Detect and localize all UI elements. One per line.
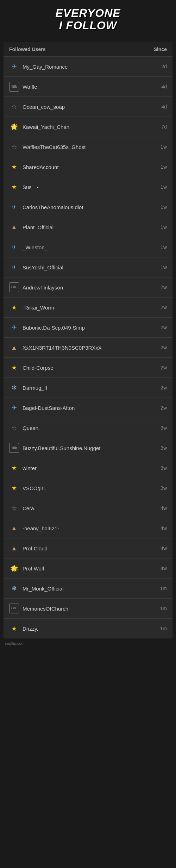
item-left-0: ✈My_Gay_Romance — [9, 62, 156, 71]
list-item[interactable]: ★-Riikai_Worm-2w — [4, 298, 172, 318]
list-item[interactable]: ★SharedAccount1w — [4, 157, 172, 177]
item-left-14: ▲XxX1N3RT14TH3N0SC0P3RXxX — [9, 343, 156, 352]
follow-since: 3w — [156, 485, 167, 491]
user-name: Sus—- — [23, 184, 39, 190]
list-item[interactable]: ☆Ocean_cow_soap4d — [4, 97, 172, 117]
user-name: Ocean_cow_soap — [23, 104, 65, 110]
follow-since: 1w — [156, 144, 167, 150]
list-item[interactable]: LOLAndrewFinlayson2w — [4, 277, 172, 298]
item-left-21: ★VSCOgirl. — [9, 483, 156, 493]
since-column-header: Since — [154, 46, 167, 52]
item-left-6: ★Sus—- — [9, 182, 156, 192]
list-item[interactable]: 10kWaffle.4d — [4, 77, 172, 97]
user-name: Child-Corpse — [23, 365, 54, 371]
list-item[interactable]: 🌟Kawaii_Yachi_Chan7d — [4, 117, 172, 137]
user-name: Cera. — [23, 505, 36, 511]
list-item[interactable]: ▲XxX1N3RT14TH3N0SC0P3RXxX2w — [4, 338, 172, 358]
item-left-27: LOLMemoriesOfChurch — [9, 604, 156, 613]
user-name: _Winston_ — [23, 244, 48, 250]
star-filled-icon: ★ — [9, 463, 19, 473]
mountain-icon: ▲ — [9, 222, 19, 232]
list-item[interactable]: ★VSCOgirl.3w — [4, 478, 172, 498]
plane-icon: ✈ — [9, 262, 19, 272]
follow-since: 2w — [156, 365, 167, 370]
list-item[interactable]: ❄Darmug_II2w — [4, 378, 172, 398]
list-item[interactable]: LOLMemoriesOfChurch1m — [4, 599, 172, 619]
list-item[interactable]: ★Drizzy.1m — [4, 619, 172, 638]
user-name: Waffle. — [23, 84, 39, 90]
star-outline-icon: ☆ — [9, 423, 19, 433]
follow-since: 4w — [156, 525, 167, 531]
10k-icon: 10k — [9, 82, 19, 92]
list-item[interactable]: ▲Prof.Cloud4w — [4, 538, 172, 558]
item-left-22: ☆Cera. — [9, 503, 156, 513]
list-item[interactable]: ☆WafflesTheCat635s_Ghost1w — [4, 137, 172, 157]
list-item[interactable]: ✈_Winston_1w — [4, 237, 172, 257]
list-item[interactable]: ✈My_Gay_Romance2d — [4, 57, 172, 77]
sparkle-icon: 🌟 — [9, 563, 19, 573]
list-item[interactable]: ☆Cera.4w — [4, 498, 172, 518]
follow-since: 4d — [156, 104, 167, 110]
follow-since: 2w — [156, 385, 167, 391]
item-left-20: ★winter. — [9, 463, 156, 473]
item-left-28: ★Drizzy. — [9, 624, 156, 633]
user-name: CarlosTheAnomalousIdiot — [23, 204, 83, 210]
follow-since: 4d — [156, 84, 167, 89]
plane-icon: ✈ — [9, 323, 19, 332]
item-left-15: ★Child-Corpse — [9, 363, 156, 373]
snowflake-icon: ❄ — [9, 583, 19, 593]
list-item[interactable]: ✈SusYoshi_Official1w — [4, 257, 172, 277]
list-item[interactable]: ✈CarlosTheAnomalousIdiot1w — [4, 197, 172, 217]
user-name: SharedAccount — [23, 164, 59, 170]
list-item[interactable]: ✈Bagel-DustSans-Afton2w — [4, 398, 172, 418]
star-filled-icon: ★ — [9, 363, 19, 373]
follow-since: 2w — [156, 345, 167, 350]
item-left-9: ✈_Winston_ — [9, 242, 156, 252]
star-outline-icon: ☆ — [9, 142, 19, 152]
item-left-19: 10kBuzzy.Beautiful.Sunshine.Nugget — [9, 443, 156, 453]
10k-icon: 10k — [9, 443, 19, 453]
star-black-icon: ★ — [9, 182, 19, 192]
user-name: Kawaii_Yachi_Chan — [23, 124, 69, 130]
list-item[interactable]: ☆Queen.3w — [4, 418, 172, 438]
follow-since: 2w — [156, 285, 167, 290]
plane-icon: ✈ — [9, 202, 19, 212]
plane-icon: ✈ — [9, 62, 19, 71]
list-header-row: Followed Users Since — [4, 42, 172, 57]
list-item[interactable]: 10kBuzzy.Beautiful.Sunshine.Nugget3w — [4, 438, 172, 458]
user-name: WafflesTheCat635s_Ghost — [23, 144, 86, 150]
item-left-7: ✈CarlosTheAnomalousIdiot — [9, 202, 156, 212]
list-item[interactable]: ★Child-Corpse2w — [4, 358, 172, 378]
follow-since: 2w — [156, 405, 167, 411]
star-outline-icon: ☆ — [9, 102, 19, 112]
item-left-16: ❄Darmug_II — [9, 383, 156, 393]
list-item[interactable]: ❄Mr_Monk_Official1m — [4, 579, 172, 599]
list-item[interactable]: 🌟Prof.Wolf4w — [4, 558, 172, 579]
item-left-13: ✈Bubonic.Da-Scp.049-Simp — [9, 323, 156, 332]
user-name: Drizzy. — [23, 626, 38, 632]
followed-users-list: Followed Users Since ✈My_Gay_Romance2d10… — [4, 42, 172, 638]
list-item[interactable]: ▲Plant_Official1w — [4, 217, 172, 237]
follow-since: 4w — [156, 505, 167, 511]
list-item[interactable]: ★winter.3w — [4, 458, 172, 478]
item-left-5: ★SharedAccount — [9, 162, 156, 172]
follow-since: 1w — [156, 164, 167, 170]
user-name: winter. — [23, 465, 38, 471]
list-item[interactable]: ▲-beany_boi621-4w — [4, 518, 172, 538]
follow-since: 2d — [156, 64, 167, 69]
user-name: Queen. — [23, 425, 40, 431]
item-left-26: ❄Mr_Monk_Official — [9, 583, 156, 593]
user-name: Bagel-DustSans-Afton — [23, 405, 75, 411]
mountain-icon: ▲ — [9, 523, 19, 533]
user-name: Plant_Official — [23, 224, 54, 230]
sparkle-icon: 🌟 — [9, 122, 19, 132]
star-filled-icon: ★ — [9, 162, 19, 172]
list-item[interactable]: ✈Bubonic.Da-Scp.049-Simp2w — [4, 318, 172, 338]
user-name: MemoriesOfChurch — [23, 606, 68, 612]
page-header: EVERYONE I FOLLOW — [0, 0, 176, 42]
list-item[interactable]: ★Sus—-1w — [4, 177, 172, 197]
user-name: -Riikai_Worm- — [23, 305, 56, 311]
item-left-8: ▲Plant_Official — [9, 222, 156, 232]
user-name: Prof.Cloud — [23, 545, 48, 551]
users-column-header: Followed Users — [9, 46, 45, 52]
